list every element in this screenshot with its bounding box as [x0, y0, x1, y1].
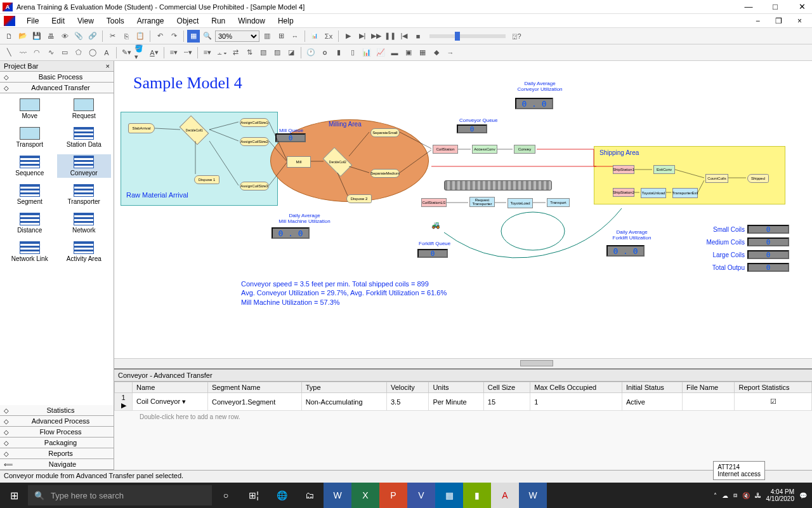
- paste-icon[interactable]: 📋: [134, 30, 147, 43]
- block-access-conv[interactable]: AccessConv: [472, 145, 497, 154]
- excel-icon[interactable]: X: [351, 483, 379, 508]
- text-color-icon[interactable]: A▾: [148, 46, 160, 59]
- arc-icon[interactable]: ◠: [30, 46, 43, 59]
- station-icon[interactable]: ◆: [430, 46, 443, 59]
- notifications-icon[interactable]: 💬: [799, 492, 807, 499]
- block-assign3[interactable]: AssignCoilSize3: [240, 182, 269, 190]
- level-icon[interactable]: ▯: [346, 46, 359, 59]
- line-width-icon[interactable]: ≡▾: [167, 46, 180, 59]
- section-reports[interactable]: Reports: [0, 448, 114, 459]
- copy-icon[interactable]: ⎘: [120, 30, 133, 43]
- open-icon[interactable]: 📂: [16, 30, 29, 43]
- volume-icon[interactable]: 🔇: [742, 492, 750, 499]
- section-navigate[interactable]: Navigate: [0, 459, 114, 470]
- ellipse-icon[interactable]: ◯: [86, 46, 99, 59]
- mdi-restore-button[interactable]: ❐: [769, 15, 789, 27]
- table-row[interactable]: 1 ▶ Coil Conveyor ▾ Conveyor1.SegmentNon…: [115, 393, 812, 411]
- histogram-icon[interactable]: 📊: [360, 46, 373, 59]
- siman-icon[interactable]: 📊: [308, 30, 321, 43]
- data-grid[interactable]: NameSegment NameType VelocityUnitsCell S…: [114, 382, 812, 411]
- minimize-button[interactable]: —: [741, 2, 756, 11]
- block-coil-station-lg[interactable]: CoilStationLG: [421, 198, 447, 207]
- onedrive-icon[interactable]: ☁: [722, 492, 728, 499]
- block-sep-small[interactable]: SeparateSmall: [370, 128, 400, 137]
- redo-icon[interactable]: ↷: [167, 30, 180, 43]
- menu-arrange[interactable]: Arrange: [131, 15, 171, 27]
- section-packaging[interactable]: Packaging: [0, 438, 114, 448]
- block-dispose2[interactable]: Dispose 2: [346, 194, 372, 203]
- grid-icon[interactable]: ▥: [261, 30, 273, 43]
- menu-view[interactable]: View: [71, 15, 100, 27]
- powerpoint-icon[interactable]: P: [379, 483, 407, 508]
- text-icon[interactable]: A: [100, 46, 113, 59]
- model-canvas[interactable]: Sample Model 4 Raw Material Arrival Slab…: [114, 61, 812, 358]
- block-shipped[interactable]: Shipped: [747, 174, 769, 183]
- module-network-link[interactable]: Network Link: [3, 240, 57, 264]
- menu-window[interactable]: Window: [232, 15, 272, 27]
- queue-icon[interactable]: ▬: [388, 46, 401, 59]
- save-icon[interactable]: 💾: [30, 30, 43, 43]
- start-button[interactable]: ⊞: [0, 483, 28, 508]
- link-icon[interactable]: 🔗: [86, 30, 99, 43]
- module-sequence[interactable]: Sequence: [3, 154, 57, 178]
- block-dispose1[interactable]: Dispose 1: [194, 175, 219, 184]
- module-move[interactable]: Move: [3, 97, 57, 121]
- new-icon[interactable]: 🗋: [3, 30, 15, 43]
- mdi-close-button[interactable]: ×: [791, 15, 808, 27]
- section-advanced-transfer[interactable]: Advanced Transfer: [0, 83, 114, 93]
- date-icon[interactable]: ⭘: [318, 46, 331, 59]
- pause-icon[interactable]: ❚❚: [384, 30, 396, 43]
- rect-icon[interactable]: ▭: [58, 46, 71, 59]
- block-exit-conv[interactable]: ExitConv: [653, 165, 675, 174]
- polyline-icon[interactable]: 〰: [16, 46, 29, 59]
- block-trans-exit[interactable]: TransporterExit: [672, 188, 698, 198]
- menu-help[interactable]: Help: [272, 15, 300, 27]
- undo-icon[interactable]: ↶: [154, 30, 166, 43]
- clock-icon[interactable]: 🕐: [304, 46, 317, 59]
- block-sep-med[interactable]: SeparateMedium: [370, 169, 400, 178]
- fast-icon[interactable]: ▶▶: [370, 30, 383, 43]
- block-slab-arrival[interactable]: SlabArrival: [128, 123, 155, 133]
- line-icon[interactable]: ╲: [3, 46, 15, 59]
- taskbar-search[interactable]: 🔍 Type here to search: [28, 485, 212, 505]
- module-transport[interactable]: Transport: [3, 126, 57, 149]
- preview-icon[interactable]: 👁: [58, 30, 71, 43]
- zoom-select[interactable]: 30%: [215, 30, 259, 42]
- system-clock[interactable]: 4:04 PM4/10/2020: [766, 488, 795, 502]
- explorer-icon[interactable]: 🗂: [296, 483, 324, 508]
- help-icon[interactable]: ⍰?: [511, 30, 523, 43]
- module-network[interactable]: Network: [57, 211, 112, 235]
- connect-icon[interactable]: ↔: [289, 30, 301, 43]
- stop-icon[interactable]: ■: [412, 30, 424, 43]
- arena-icon[interactable]: A: [491, 483, 519, 508]
- block-toyota-unload[interactable]: ToyotaUnload: [641, 188, 666, 198]
- block-coil-station[interactable]: CoilStation: [433, 145, 458, 154]
- module-distance[interactable]: Distance: [3, 211, 57, 235]
- block-mill[interactable]: Mill: [287, 156, 311, 168]
- polygon-icon[interactable]: ⬠: [72, 46, 85, 59]
- line-style-icon[interactable]: ┄▾: [181, 46, 194, 59]
- section-advanced-process[interactable]: Advanced Process: [0, 416, 114, 427]
- variable-icon[interactable]: ▮: [332, 46, 345, 59]
- shadow-icon[interactable]: ◪: [285, 46, 298, 59]
- print-icon[interactable]: 🖶: [44, 30, 57, 43]
- word-icon[interactable]: W: [324, 483, 351, 508]
- close-button[interactable]: ✕: [794, 2, 809, 11]
- project-bar-close-icon[interactable]: ×: [106, 62, 110, 70]
- bezier-icon[interactable]: ∿: [44, 46, 57, 59]
- chart-app-icon[interactable]: ▮: [463, 483, 491, 508]
- menu-object[interactable]: Object: [171, 15, 206, 27]
- block-request-trans[interactable]: Request Transporter: [469, 197, 495, 207]
- block-transport[interactable]: Transport: [547, 198, 570, 207]
- visio-icon[interactable]: V: [407, 483, 435, 508]
- resource-icon[interactable]: ▣: [402, 46, 415, 59]
- dropbox-icon[interactable]: ⧈: [733, 491, 737, 499]
- section-basic-process[interactable]: Basic Process: [0, 72, 114, 83]
- h-scrollbar[interactable]: [114, 358, 812, 368]
- step-icon[interactable]: ▶|: [356, 30, 369, 43]
- flip-h-icon[interactable]: ⇄: [229, 46, 242, 59]
- word2-icon[interactable]: W: [519, 483, 547, 508]
- task-view-icon[interactable]: ⊞¦: [240, 483, 268, 508]
- pattern-icon[interactable]: ▧: [257, 46, 270, 59]
- mdi-minimize-button[interactable]: −: [749, 15, 766, 27]
